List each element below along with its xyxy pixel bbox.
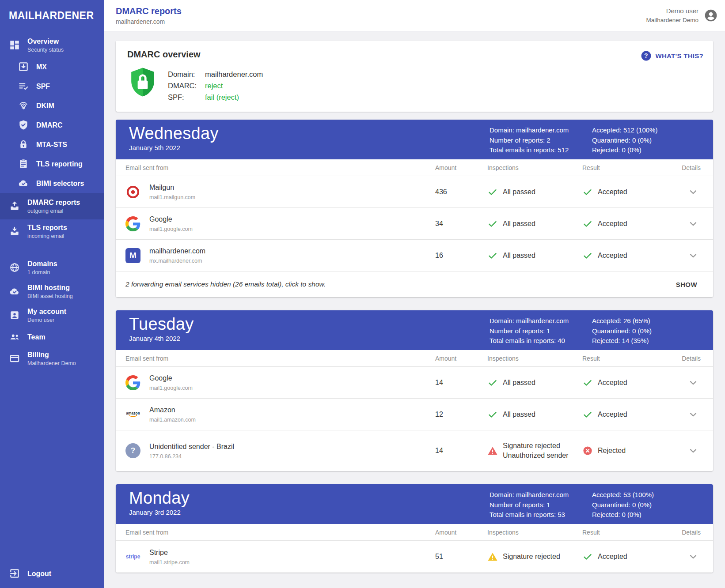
stat-line: Quarantined: 0 (0%) bbox=[592, 136, 703, 146]
stat-line: Total emails in reports: 53 bbox=[490, 510, 592, 520]
topbar: DMARC reports mailhardener.com Demo user… bbox=[104, 0, 725, 31]
sidebar-item-spf[interactable]: SPF bbox=[0, 76, 104, 96]
sidebar-item-bimi-selectors[interactable]: BIMI selectors bbox=[0, 173, 104, 193]
table-row: amazon Amazon mail1.amazon.com 12 All pa… bbox=[116, 399, 713, 430]
svg-text:amazon: amazon bbox=[126, 411, 140, 415]
amount-value: 14 bbox=[435, 447, 487, 455]
stat-line: Rejected: 0 (0%) bbox=[592, 510, 703, 520]
details-expand-chevron-down-icon[interactable] bbox=[687, 445, 699, 456]
whats-this-button[interactable]: ? WHAT'S THIS? bbox=[641, 50, 703, 61]
details-expand-chevron-down-icon[interactable] bbox=[687, 409, 699, 420]
amount-value: 12 bbox=[435, 411, 487, 418]
globe-icon bbox=[9, 262, 20, 273]
sidebar-item-my-account[interactable]: My account Demo user bbox=[0, 303, 104, 327]
table-row: M mailhardener.com mx.mailhardener.com 1… bbox=[116, 240, 713, 271]
sidebar-item-tls-reports[interactable]: TLS reports incoming email bbox=[0, 219, 104, 243]
amount-value: 51 bbox=[435, 553, 487, 561]
sidebar-item-team[interactable]: Team bbox=[0, 327, 104, 347]
check-icon bbox=[582, 377, 593, 388]
overview-field-label: SPF: bbox=[168, 91, 205, 103]
sidebar: MAILHARDENER Overview Security status MX… bbox=[0, 0, 104, 588]
amazon-logo-icon: amazon bbox=[125, 407, 140, 422]
sidebar-item-subtitle: Security status bbox=[27, 47, 64, 53]
amount-value: 436 bbox=[435, 188, 487, 196]
sidebar-item-dkim[interactable]: DKIM bbox=[0, 96, 104, 115]
sidebar-item-label: MTA-STS bbox=[36, 140, 67, 149]
result-text: Accepted bbox=[598, 188, 627, 196]
sidebar-item-subtitle: Mailhardener Demo bbox=[27, 360, 76, 366]
inspection-text: All passed bbox=[503, 378, 535, 388]
sidebar-item-label: TLS reporting bbox=[36, 160, 83, 168]
inspection-text: All passed bbox=[503, 410, 535, 419]
inspection-text: Unauthorized sender bbox=[503, 451, 569, 460]
inspection-text: Signature rejected bbox=[503, 552, 560, 562]
logout-label: Logout bbox=[27, 569, 51, 578]
result-text: Accepted bbox=[598, 411, 627, 418]
check-icon bbox=[487, 409, 498, 420]
column-header-result: Result bbox=[582, 164, 653, 171]
shield-check-icon bbox=[18, 119, 29, 131]
details-expand-chevron-down-icon[interactable] bbox=[687, 218, 699, 230]
sidebar-item-label: My account bbox=[27, 307, 66, 316]
sidebar-item-dmarc[interactable]: DMARC bbox=[0, 115, 104, 135]
table-row: Google mail1.google.com 34 All passed Ac… bbox=[116, 208, 713, 240]
day-date: January 4th 2022 bbox=[129, 335, 194, 342]
sidebar-item-dmarc-reports[interactable]: DMARC reports outgoing email bbox=[0, 193, 104, 219]
day-card-wednesday: Wednesday January 5th 2022 Domain: mailh… bbox=[116, 120, 713, 297]
sidebar-item-label: DMARC bbox=[36, 121, 63, 129]
details-expand-chevron-down-icon[interactable] bbox=[687, 186, 699, 198]
sidebar-item-bimi-hosting[interactable]: BIMI hosting BIMI asset hosting bbox=[0, 279, 104, 303]
tray-up-icon bbox=[9, 200, 20, 212]
sidebar-item-tls-reporting[interactable]: TLS reporting bbox=[0, 154, 104, 173]
column-header-sender: Email sent from bbox=[125, 164, 435, 171]
logout-button[interactable]: Logout bbox=[0, 561, 104, 588]
details-expand-chevron-down-icon[interactable] bbox=[687, 551, 699, 562]
list-check-icon bbox=[18, 80, 29, 92]
sidebar-item-domains[interactable]: Domains 1 domain bbox=[0, 256, 104, 279]
dmarc-overview-card: DMARC overview ? WHAT'S THIS? Domain: ma… bbox=[116, 41, 713, 112]
cloud-check-icon bbox=[9, 286, 20, 297]
sidebar-item-overview[interactable]: Overview Security status bbox=[0, 33, 104, 57]
people-icon bbox=[9, 331, 20, 343]
google-logo-icon bbox=[125, 216, 140, 231]
sidebar-item-label: Overview bbox=[27, 37, 64, 45]
overview-field-label: Domain: bbox=[168, 68, 205, 80]
tray-down-icon bbox=[9, 226, 20, 237]
sidebar-item-mx[interactable]: MX bbox=[0, 57, 104, 76]
stripe-logo-icon: stripe bbox=[125, 549, 140, 564]
day-banner: Wednesday January 5th 2022 Domain: mailh… bbox=[116, 120, 713, 159]
brand-logo: MAILHARDENER bbox=[0, 0, 104, 26]
sidebar-item-billing[interactable]: Billing Mailhardener Demo bbox=[0, 347, 104, 370]
details-expand-chevron-down-icon[interactable] bbox=[687, 250, 699, 261]
overview-field: SPF: fail (reject) bbox=[168, 91, 263, 103]
day-stats: Domain: mailhardener.comNumber of report… bbox=[490, 484, 703, 524]
overview-field-label: DMARC: bbox=[168, 80, 205, 91]
avatar-icon[interactable] bbox=[704, 8, 718, 23]
check-icon bbox=[582, 250, 593, 261]
sidebar-item-mta-sts[interactable]: MTA-STS bbox=[0, 135, 104, 154]
table-header-row: Email sent from Amount Inspections Resul… bbox=[116, 350, 713, 367]
stat-line: Accepted: 512 (100%) bbox=[592, 125, 703, 136]
sender-host: mail1.mailgun.com bbox=[149, 194, 195, 200]
sidebar-item-subtitle: incoming email bbox=[27, 233, 67, 239]
sender-name: mailhardener.com bbox=[149, 247, 205, 256]
stat-line: Total emails in reports: 40 bbox=[490, 336, 592, 346]
sender-name: Stripe bbox=[149, 548, 190, 557]
day-card-tuesday: Tuesday January 4th 2022 Domain: mailhar… bbox=[116, 310, 713, 471]
day-name: Monday bbox=[129, 488, 190, 508]
whats-this-label: WHAT'S THIS? bbox=[655, 52, 703, 60]
result-text: Rejected bbox=[598, 447, 626, 455]
warn-yellow-icon bbox=[487, 551, 498, 562]
check-icon bbox=[487, 219, 498, 229]
show-button[interactable]: SHOW bbox=[673, 277, 700, 292]
hidden-services-row[interactable]: 2 forwarding email services hidden (26 e… bbox=[116, 271, 713, 297]
day-stats: Domain: mailhardener.comNumber of report… bbox=[490, 310, 703, 350]
sidebar-item-label: SPF bbox=[36, 82, 50, 90]
sender-host: mail1.amazon.com bbox=[149, 417, 196, 423]
details-expand-chevron-down-icon[interactable] bbox=[687, 377, 699, 388]
sidebar-item-label: Team bbox=[27, 333, 46, 341]
cloud-check-icon bbox=[18, 177, 29, 189]
sidebar-item-label: DKIM bbox=[36, 102, 54, 110]
sender-host: 177.0.86.234 bbox=[149, 453, 234, 460]
day-stats: Domain: mailhardener.comNumber of report… bbox=[490, 120, 703, 159]
